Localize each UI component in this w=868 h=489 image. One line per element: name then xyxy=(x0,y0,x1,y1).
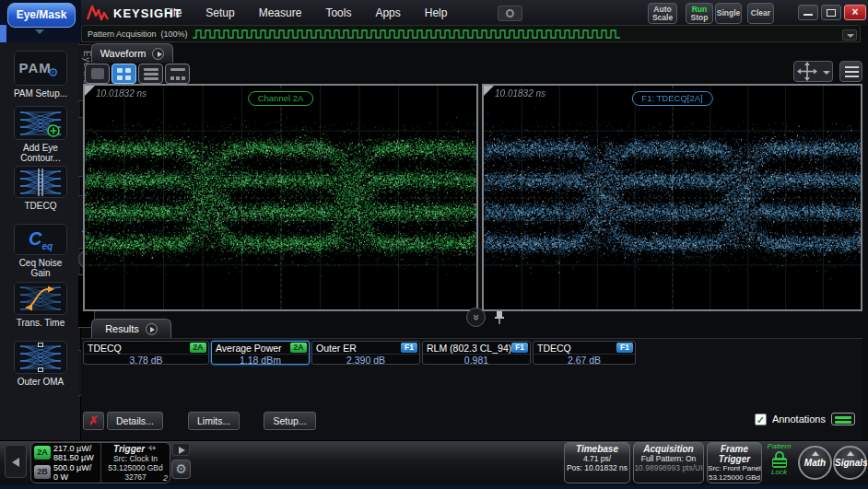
sidebar-tool-ceq-noise-gain[interactable]: CeqCeq Noise Gain xyxy=(0,224,81,278)
measurement-value: 3.78 dB xyxy=(84,354,208,365)
channel-row-2b: 2B500.0 µW/0 W xyxy=(34,464,100,482)
results-panel: TDECQ2A3.78 dBAverage Power2A1.18 dBmOut… xyxy=(81,338,862,440)
status-panel-frame-trigger[interactable]: Frame TriggerSrc: Front Panel53.125000 G… xyxy=(707,442,762,483)
clear-button[interactable]: Clear xyxy=(747,3,774,24)
sidebar-tool-pam-setup-[interactable]: PAM⚙PAM Setup... xyxy=(0,51,81,99)
measurement-name: RLM (802.3 CL_94) xyxy=(427,343,511,354)
scroll-channels-left-button[interactable] xyxy=(5,445,27,478)
results-collapse-button[interactable]: » xyxy=(466,308,486,327)
layout-grid-icon xyxy=(125,76,131,80)
channel-scale-offset: 500.0 µW/0 W xyxy=(53,464,91,482)
details-button[interactable]: Details... xyxy=(107,412,163,430)
annotations-checkbox[interactable]: ✓ xyxy=(755,413,767,425)
pan-mode-dropdown-button[interactable] xyxy=(820,61,833,82)
pan-zoom-button[interactable] xyxy=(793,61,821,82)
measurement-name: TDECQ xyxy=(88,343,122,354)
menu-tools[interactable]: Tools xyxy=(313,0,363,26)
usb-icon xyxy=(147,445,158,451)
sidebar-tool-label: TDECQ xyxy=(0,201,81,211)
status-panel-timebase[interactable]: Timebase4.71 ps/Pos: 10.01832 ns xyxy=(564,442,630,483)
layout-thumbnails-icon xyxy=(170,68,185,71)
eye-add-icon xyxy=(14,106,67,140)
results-tab-menu-icon[interactable] xyxy=(146,323,158,335)
run-stop-button[interactable]: RunStop xyxy=(686,3,713,24)
screenshot-camera-button[interactable] xyxy=(498,6,522,21)
trigger-details: Src: Clock In53.125000 GBd32767 xyxy=(101,454,170,482)
sidebar-tool-trans-time[interactable]: Trans. Time xyxy=(0,282,81,328)
menu-setup[interactable]: Setup xyxy=(194,0,246,26)
limits-button[interactable]: Limits... xyxy=(188,412,240,430)
delete-measurement-button[interactable]: ✗ xyxy=(83,412,104,430)
close-button[interactable]: × xyxy=(844,5,866,20)
status-panel-line: 53.125000 GBd xyxy=(708,473,761,483)
flexdca-application-window: Eye/Mask KEYSIGHT FileSetupMeasureToolsA… xyxy=(0,0,868,489)
pattern-lock-top-label: Pattern xyxy=(764,442,794,450)
timebase-position-label: 10.01832 ns xyxy=(495,88,545,99)
signals-button[interactable]: Signals xyxy=(833,446,867,480)
minimize-button[interactable] xyxy=(798,5,818,20)
sidebar-tool-outer-oma[interactable]: Outer OMA xyxy=(0,341,81,387)
results-tab-label: Results xyxy=(105,323,139,334)
sidebar-tool-add-eye-contour-[interactable]: Add Eye Contour... xyxy=(0,106,81,163)
sidebar-tool-label: Add Eye Contour... xyxy=(8,143,73,163)
measurement-card-outer-er[interactable]: Outer ERF12.390 dB xyxy=(311,341,420,365)
pattern-bar-dropdown-button[interactable] xyxy=(842,29,857,41)
auto-scale-button[interactable]: AutoScale xyxy=(648,3,677,24)
measurement-card-tdecq[interactable]: TDECQ2A3.78 dB xyxy=(83,341,209,365)
measurement-value: 2.390 dB xyxy=(312,354,419,365)
channel-trigger-group: 2A217.0 µW/881.50 µW2B500.0 µW/0 W Trigg… xyxy=(30,442,170,483)
measurement-sidebar: PAM⚙PAM Setup...Add Eye Contour...TDECQC… xyxy=(0,42,81,440)
status-panel-line: 10.98998993 pts/UI xyxy=(634,463,703,472)
pattern-acquisition-label: Pattern Acquisition (100%) xyxy=(82,29,192,39)
source-badge: F1 xyxy=(616,343,633,353)
source-label-channel-2a[interactable]: Channel 2A xyxy=(248,91,314,106)
status-panel-line: Pos: 10.01832 ns xyxy=(565,463,629,472)
pin-icon[interactable] xyxy=(494,310,505,329)
ceq-icon: Ceq xyxy=(14,224,67,255)
trigger-status-panel[interactable]: Trigger Src: Clock In53.125000 GBd32767 … xyxy=(100,443,170,483)
maximize-button[interactable] xyxy=(821,5,841,20)
waveform-tab-menu-icon[interactable] xyxy=(152,48,164,60)
tab-waveform[interactable]: Waveform xyxy=(91,43,173,63)
menu-apps[interactable]: Apps xyxy=(363,0,412,26)
annotations-legend-button[interactable] xyxy=(831,413,855,425)
measurement-card-average-power[interactable]: Average Power2A1.18 dBm xyxy=(211,341,310,365)
pattern-lock-indicator[interactable]: Pattern Lock xyxy=(764,442,794,483)
single-button[interactable]: Single xyxy=(715,3,742,24)
eye-diagram-panel-f1-tdecq[interactable]: 10.01832 ns F1: TDECQ[2A] xyxy=(482,84,862,311)
mode-selector-button[interactable]: Eye/Mask xyxy=(7,3,76,28)
status-panel-acquisition[interactable]: AcquisitionFull Pattern: On10.98998993 p… xyxy=(633,442,704,483)
status-panel-title: Timebase xyxy=(565,444,629,454)
channel-list: 2A217.0 µW/881.50 µW2B500.0 µW/0 W xyxy=(31,443,100,483)
status-panel-line: 4.71 ps/ xyxy=(565,454,629,463)
measurement-card-tdecq[interactable]: TDECQF12.67 dB xyxy=(533,341,636,365)
panel-corner-marker-icon xyxy=(484,86,494,96)
menu-icon xyxy=(845,66,859,68)
menu-measure[interactable]: Measure xyxy=(247,0,314,26)
math-button[interactable]: Math xyxy=(798,446,832,480)
settings-gear-button[interactable]: ⚙ xyxy=(171,460,191,479)
measurement-card-rlm-802-3-cl-94-[interactable]: RLM (802.3 CL_94)F10.981 xyxy=(422,341,531,365)
layout-thumbnails-button[interactable] xyxy=(165,64,190,84)
legend-icon xyxy=(835,421,851,424)
layout-rows-button[interactable] xyxy=(138,64,163,84)
menu-help[interactable]: Help xyxy=(413,0,460,26)
measurement-name-row: Average Power2A xyxy=(212,342,309,354)
layout-thumbnails-icon xyxy=(176,76,180,80)
timebase-position-label: 10.01832 ns xyxy=(96,88,147,99)
menu-file[interactable]: File xyxy=(152,0,194,26)
waveform-menu-button[interactable] xyxy=(839,61,862,82)
source-badge: F1 xyxy=(511,343,528,353)
channel-badge-2a[interactable]: 2A xyxy=(34,446,51,460)
tab-results[interactable]: Results xyxy=(91,319,171,338)
setup-button[interactable]: Setup... xyxy=(264,412,315,430)
status-panel-title: Frame Trigger xyxy=(708,444,761,464)
scroll-channels-right-button[interactable] xyxy=(172,443,190,456)
eye-diagram-panel-channel-2a[interactable]: 10.01832 ns Channel 2A xyxy=(83,84,478,311)
sidebar-tool-label: Trans. Time xyxy=(0,318,81,328)
source-label-f1-tdecq[interactable]: F1: TDECQ[2A] xyxy=(631,91,712,106)
channel-badge-2b[interactable]: 2B xyxy=(34,465,51,479)
sidebar-tool-tdecq[interactable]: TDECQ xyxy=(0,166,81,211)
layout-grid-button[interactable] xyxy=(111,64,136,84)
layout-single-button[interactable] xyxy=(85,64,110,84)
